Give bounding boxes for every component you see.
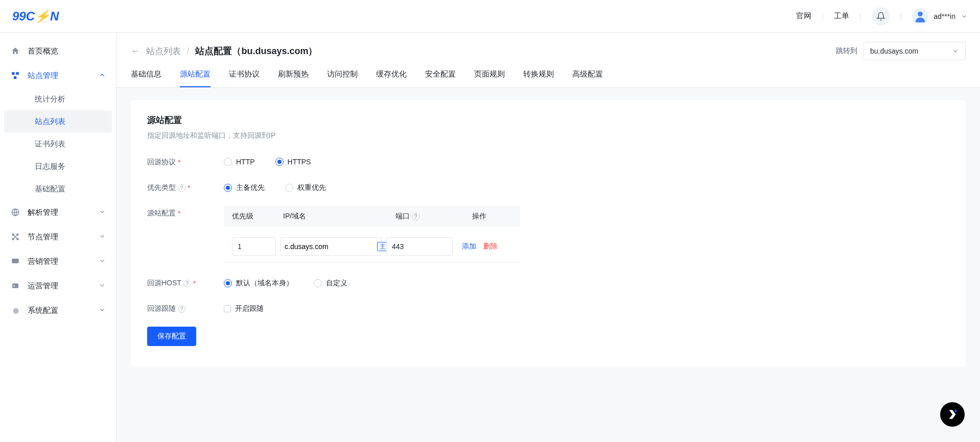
tab-security[interactable]: 安全配置 (425, 69, 456, 87)
notification-button[interactable] (872, 7, 890, 26)
sidebar-sub-log-service[interactable]: 日志服务 (0, 155, 116, 178)
chevron-down-icon (99, 306, 106, 315)
col-action: 操作 (472, 212, 512, 221)
dns-icon (10, 207, 20, 217)
help-icon[interactable]: ? (178, 184, 185, 192)
ops-icon (10, 281, 20, 291)
tab-access-control[interactable]: 访问控制 (327, 69, 358, 87)
sidebar-item-dns[interactable]: 解析管理 (0, 200, 116, 225)
chevron-down-icon (99, 282, 106, 290)
sidebar-item-ops[interactable]: 运营管理 (0, 274, 116, 298)
sidebar-sub-site-list[interactable]: 站点列表 (4, 110, 112, 133)
priority-input[interactable] (232, 237, 276, 256)
chevron-down-icon (99, 257, 106, 266)
sidebar-item-marketing[interactable]: 营销管理 (0, 249, 116, 274)
sidebar-item-settings[interactable]: 系统配置 (0, 298, 116, 323)
port-input[interactable] (386, 237, 453, 256)
sidebar-sub-cert-list[interactable]: 证书列表 (0, 133, 116, 155)
svg-point-15 (13, 285, 15, 287)
row-follow: 回源跟随 ? 开启跟随 (147, 301, 949, 313)
radio-host-default[interactable]: 默认（域名本身） (224, 279, 293, 288)
svg-point-10 (17, 234, 18, 235)
jump-label: 跳转到 (836, 46, 857, 56)
svg-point-1 (918, 11, 923, 16)
radio-weight[interactable]: 权重优先 (285, 183, 326, 192)
help-icon[interactable]: ? (178, 305, 185, 313)
tab-cache-optimize[interactable]: 缓存优化 (376, 69, 407, 87)
main-content: ← 站点列表 / 站点配置（bu.dusays.com） 跳转到 bu.dusa… (116, 33, 980, 442)
help-icon[interactable]: ? (183, 280, 191, 287)
svg-rect-14 (12, 284, 18, 288)
section-title: 源站配置 (147, 114, 949, 126)
avatar (912, 8, 928, 24)
sidebar: 首页概览 站点管理 统计分析 站点列表 证书列表 日志服务 基础配置 解析管理 … (0, 33, 116, 442)
tab-page-rules[interactable]: 页面规则 (474, 69, 505, 87)
gear-icon (10, 305, 20, 315)
row-host: 回源HOST ? * 默认（域名本身） 自定义 (147, 276, 949, 288)
header-right: 官网 | 工单 | | ad***in (796, 7, 968, 26)
svg-text:99C⚡N: 99C⚡N (12, 9, 59, 23)
tab-transform-rules[interactable]: 转换规则 (523, 69, 554, 87)
tab-cert-protocol[interactable]: 证书协议 (229, 69, 260, 87)
svg-point-12 (17, 238, 18, 240)
tab-origin-config[interactable]: 源站配置 (180, 69, 211, 87)
home-icon (10, 46, 20, 56)
radio-https[interactable]: HTTPS (275, 158, 311, 166)
float-help-icon (946, 408, 959, 421)
logo[interactable]: 99C⚡N (12, 8, 68, 24)
domain-input-wrap[interactable]: 主 (280, 237, 382, 256)
row-origin-config: 源站配置 * 优先级 IP/域名 端口 ? 操作 (147, 206, 949, 262)
help-icon[interactable]: ? (412, 213, 419, 220)
user-menu[interactable]: ad***in (912, 8, 968, 24)
back-arrow-icon[interactable]: ← (131, 46, 140, 57)
breadcrumb: ← 站点列表 / 站点配置（bu.dusays.com） (131, 45, 318, 57)
radio-primary-backup[interactable]: 主备优先 (224, 183, 265, 192)
row-priority-type: 优先类型 ? * 主备优先 权重优先 (147, 180, 949, 192)
sidebar-item-nodes[interactable]: 节点管理 (0, 225, 116, 249)
marketing-icon (10, 256, 20, 266)
sidebar-item-home[interactable]: 首页概览 (0, 39, 116, 63)
radio-host-custom[interactable]: 自定义 (314, 279, 347, 288)
origin-config-label: 源站配置 * (147, 206, 224, 218)
add-link[interactable]: 添加 (462, 242, 476, 251)
domain-input[interactable] (285, 242, 374, 251)
svg-point-16 (954, 410, 956, 412)
tab-basic-info[interactable]: 基础信息 (131, 69, 161, 87)
col-port: 端口 ? (395, 212, 472, 221)
jump-select[interactable]: bu.dusays.com (864, 42, 966, 60)
svg-point-9 (12, 234, 14, 235)
jump-area: 跳转到 bu.dusays.com (836, 42, 966, 60)
ticket-link[interactable]: 工单 (834, 11, 849, 21)
host-label: 回源HOST ? * (147, 276, 224, 288)
svg-rect-4 (14, 77, 16, 79)
priority-type-label: 优先类型 ? * (147, 180, 224, 192)
tabs: 基础信息 源站配置 证书协议 刷新预热 访问控制 缓存优化 安全配置 页面规则 … (116, 60, 980, 88)
breadcrumb-link[interactable]: 站点列表 (146, 45, 181, 57)
tab-refresh-preheat[interactable]: 刷新预热 (278, 69, 309, 87)
chevron-down-icon (952, 47, 959, 55)
origin-table: 优先级 IP/域名 端口 ? 操作 主 (224, 206, 520, 262)
tab-advanced[interactable]: 高级配置 (572, 69, 603, 87)
delete-link[interactable]: 删除 (483, 242, 498, 251)
chevron-up-icon (99, 71, 106, 80)
save-button[interactable]: 保存配置 (147, 327, 196, 346)
svg-rect-2 (12, 72, 14, 75)
breadcrumb-current: 站点配置（bu.dusays.com） (195, 45, 317, 57)
chevron-down-icon (99, 208, 106, 217)
svg-point-11 (12, 238, 14, 240)
col-domain: IP/域名 (283, 212, 395, 221)
svg-rect-3 (16, 72, 19, 75)
sidebar-item-sites[interactable]: 站点管理 (0, 63, 116, 88)
sidebar-sub-analytics[interactable]: 统计分析 (0, 88, 116, 110)
official-site-link[interactable]: 官网 (796, 11, 811, 21)
svg-rect-13 (12, 259, 19, 263)
float-help-button[interactable] (940, 402, 965, 427)
radio-http[interactable]: HTTP (224, 158, 255, 166)
sidebar-sub-basic-config[interactable]: 基础配置 (0, 178, 116, 200)
follow-label: 回源跟随 ? (147, 301, 224, 313)
nodes-icon (10, 232, 20, 242)
col-priority: 优先级 (232, 212, 283, 221)
header: 99C⚡N 官网 | 工单 | | ad***in (0, 0, 980, 33)
follow-checkbox[interactable]: 开启跟随 (224, 301, 949, 313)
breadcrumb-bar: ← 站点列表 / 站点配置（bu.dusays.com） 跳转到 bu.dusa… (116, 33, 980, 60)
